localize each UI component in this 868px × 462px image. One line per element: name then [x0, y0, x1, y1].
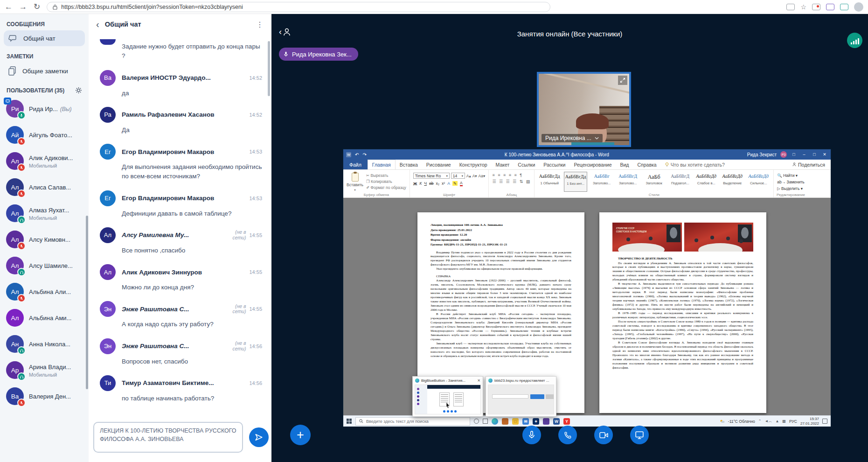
undo-icon[interactable]: ↶ [355, 152, 359, 157]
user-row[interactable]: Ай Айгуль Фоато... [0, 122, 89, 148]
taskbar-word-icon[interactable]: W [553, 418, 560, 425]
underline-button[interactable]: Ч [424, 181, 427, 186]
align-buttons[interactable]: ☰ ☰ ☰ ☰ ⇅ ▧ [492, 179, 531, 184]
italic-button[interactable]: К [419, 181, 422, 186]
webcam-share-button[interactable] [594, 426, 613, 444]
taskbar-clock[interactable]: 15:3727.01.2022 [800, 417, 819, 426]
leave-audio-button[interactable] [558, 426, 577, 444]
webcam-tile[interactable]: Рида Ирековна ... [537, 72, 631, 147]
tray-network-icon[interactable]: ▩ [782, 419, 786, 423]
style-no-spacing[interactable]: АаБбВгДд1 Без инт... [564, 172, 587, 192]
users-scrollbar[interactable] [86, 216, 88, 389]
find-button[interactable]: 🔍 Найти ▾ [777, 173, 805, 178]
redo-icon[interactable]: ↷ [362, 152, 366, 157]
strikethrough-icon[interactable]: ab [429, 181, 433, 186]
favorite-star-icon[interactable]: ☆ [800, 4, 806, 10]
start-button[interactable] [347, 419, 352, 424]
ribbon-display-icon[interactable]: □ [791, 152, 797, 157]
format-painter-button[interactable]: ✐ Формат по образцу [366, 185, 406, 190]
user-row[interactable]: Ал Алмаз Яухат...Мобильный [0, 200, 89, 226]
user-row[interactable]: Ал Алсу Шамиле... [0, 252, 89, 279]
list-buttons[interactable]: ≡ ≡ ≡ ≡ ≡ ¶ [492, 173, 531, 177]
shrink-font-icon[interactable]: А▾ [472, 174, 477, 178]
extension-icon[interactable] [840, 4, 848, 10]
sidebar-item-public-chat[interactable]: Общий чат [4, 30, 85, 46]
tab-insert[interactable]: Вставка [396, 160, 422, 169]
bold-button[interactable]: Ж [413, 181, 417, 186]
taskbar-dropbox-icon[interactable]: ✦ [533, 418, 539, 425]
share-button[interactable]: Поделиться [787, 160, 831, 169]
style-subtle-emphasis[interactable]: АаБбВгДдСлабое в... [694, 172, 718, 192]
screen-share-button[interactable] [630, 426, 649, 444]
tray-speaker-icon[interactable]: ◄︿ [765, 419, 772, 424]
collections-icon[interactable] [826, 4, 834, 10]
chat-scrollbar[interactable] [268, 41, 270, 96]
taskbar-yandex-icon[interactable]: Y [563, 418, 570, 425]
chat-back-chevron[interactable]: ‹ [96, 19, 99, 30]
send-message-button[interactable] [249, 427, 269, 447]
cut-button[interactable]: ✂ Вырезать [366, 173, 406, 178]
taskbar-search[interactable]: Введите здесь текст для поиска [355, 417, 470, 426]
refresh-icon[interactable]: ↻ [34, 3, 40, 11]
notification-center-icon[interactable] [822, 419, 827, 424]
tab-camera-icon[interactable] [786, 4, 795, 10]
user-row[interactable]: Ал Альбина Ами... [0, 305, 89, 331]
tell-me-box[interactable]: Что вы хотите сделать? [661, 160, 729, 169]
profile-avatar[interactable] [854, 2, 863, 12]
tab-file[interactable]: Файл [343, 160, 368, 169]
tab-help[interactable]: Справка [633, 160, 661, 169]
task-view-icon[interactable] [483, 419, 488, 424]
gear-icon[interactable] [75, 87, 82, 94]
select-button[interactable]: ▷ Выделить ▾ [777, 186, 805, 191]
user-row[interactable]: Ан Анна Никола... [0, 331, 89, 357]
window-preview-bbb[interactable]: BigBlueButton - Занятия... ✕ [412, 376, 483, 417]
fullscreen-arrows-icon[interactable] [618, 76, 627, 85]
paste-button[interactable]: Вставить▾ [347, 172, 363, 192]
tab-design[interactable]: Конструктор [455, 160, 492, 169]
font-size-select[interactable]: 14▾ [451, 173, 465, 179]
copy-button[interactable]: ❐ Копировать [366, 179, 406, 184]
screen-record-icon[interactable] [812, 4, 820, 10]
user-row[interactable]: Ал Алиса Салав... [0, 174, 89, 200]
cortana-icon[interactable] [474, 419, 479, 424]
taskbar-mail-icon[interactable]: ✉ [522, 418, 529, 425]
font-color-icon[interactable]: А [460, 181, 463, 186]
taskbar-explorer-icon[interactable]: □ [512, 418, 519, 425]
text-effects-icon[interactable]: А [447, 181, 450, 186]
taskbar-app-icon[interactable] [543, 418, 549, 425]
style-subtitle[interactable]: АаБбВгДПодзагол... [668, 172, 692, 192]
subscript-icon[interactable]: x₂ [436, 181, 439, 186]
superscript-icon[interactable]: x² [442, 181, 445, 186]
minimize-button[interactable]: – [801, 152, 807, 157]
style-intense-emphasis[interactable]: АаБбВгДдСильное... [747, 172, 770, 192]
user-row[interactable]: Ар Арина Влади...Мобильный [0, 357, 89, 383]
tray-mic-icon[interactable]: ▲ [775, 419, 779, 423]
talking-indicator[interactable]: Рида Ирековна Зек... [279, 48, 358, 61]
tab-mailings[interactable]: Рассылки [539, 160, 569, 169]
language-indicator[interactable]: РУС [789, 419, 797, 424]
user-row[interactable]: Ал Альбина Али... [0, 279, 89, 305]
style-heading2[interactable]: АаБбВгДЗаголово... [616, 172, 639, 192]
chat-message-input[interactable]: ЛЕКЦИЯ К 100-ЛЕТИЮ ТВОРЧЕСТВА РУССКОГО Ф… [93, 422, 243, 453]
user-row[interactable]: Ва Валерия Ден... [0, 383, 89, 409]
user-row[interactable]: Ал Алсу Кимовн... [0, 226, 89, 252]
tray-chevron-icon[interactable]: ⌃ [758, 419, 762, 423]
grow-font-icon[interactable]: А▴ [466, 174, 471, 178]
style-normal[interactable]: АаБбВгДд1 Обычный [538, 172, 561, 192]
style-title[interactable]: АаБбЗаголовок [642, 172, 666, 192]
address-bar[interactable]: https://bbb23.bspu.ru/html5client/join?s… [47, 2, 550, 12]
font-name-select[interactable]: Times New Ro▾ [413, 173, 450, 179]
sidebar-item-shared-notes[interactable]: Общие заметки [4, 63, 85, 79]
maximize-button[interactable]: □ [811, 152, 818, 157]
window-preview-dialog[interactable]: bbb23.bspu.ru предоставляет ... [486, 376, 556, 417]
tab-home[interactable]: Главная [368, 160, 396, 169]
tab-review[interactable]: Рецензирование [569, 160, 616, 169]
tab-view[interactable]: Вид [616, 160, 633, 169]
change-case-icon[interactable]: Аа▾ [479, 174, 486, 178]
style-heading1[interactable]: АаБбВгЗаголово... [590, 172, 613, 192]
forward-arrow-icon[interactable]: → [19, 3, 27, 11]
tab-references[interactable]: Ссылки [514, 160, 539, 169]
close-button[interactable]: ✕ [821, 152, 828, 157]
chat-options-kebab-icon[interactable]: ⋮ [256, 20, 264, 29]
mute-button[interactable] [522, 426, 541, 444]
